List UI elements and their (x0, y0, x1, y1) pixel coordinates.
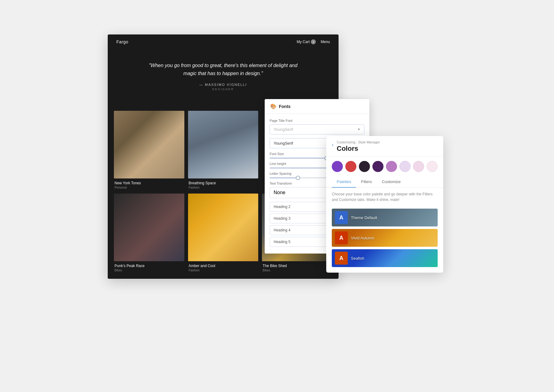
portfolio-title: New York Tones (114, 181, 184, 185)
hero-author-title: DESIGNER (116, 88, 330, 91)
hero-quote: "When you go from good to great, there's… (143, 62, 303, 77)
palette-name: Vivid Autumn (351, 236, 374, 240)
palette-list: A Theme Default A Vivid Autumn A Seafish (326, 206, 443, 273)
hero-author: — MASSIMO VIGNELLI (116, 83, 330, 86)
cart-label: My Cart (297, 40, 310, 44)
site-logo: Fargo (116, 39, 128, 44)
breadcrumb: Customizing · Style Manager (337, 140, 380, 144)
page-title: Colors (337, 145, 380, 153)
portfolio-category: Fashion (189, 186, 258, 189)
portfolio-category: Bikes (263, 269, 332, 272)
list-item[interactable]: Punk's Peak Race Bikes (114, 194, 184, 273)
page-title-font-label: Page Title Font (270, 119, 364, 122)
swatch-red[interactable] (345, 161, 356, 172)
swatch-light-purple[interactable] (399, 161, 411, 172)
palette-name: Theme Default (351, 215, 377, 220)
portfolio-category: Bikes (114, 269, 184, 272)
swatch-very-pale-pink[interactable] (427, 161, 438, 172)
palette-icon: A (335, 211, 348, 224)
fonts-icon: 🎨 (270, 103, 276, 109)
list-item[interactable]: New York Tones Personal (114, 111, 184, 190)
page-title-font-value: YoungSerif (274, 127, 293, 132)
list-item[interactable]: A Seafish (332, 249, 438, 267)
back-button[interactable]: ‹ (332, 140, 334, 148)
palette-icon: A (335, 252, 348, 265)
swatch-dark-purple[interactable] (359, 161, 370, 172)
colors-header-text: Customizing · Style Manager Colors (337, 140, 380, 153)
palette-name: Seafish (351, 256, 364, 261)
portfolio-title: Punk's Peak Race (114, 264, 184, 268)
swatch-purple[interactable] (332, 161, 343, 172)
text-transform-value: None (274, 190, 285, 195)
site-header: Fargo My Cart 1 Menu (108, 34, 339, 49)
colors-panel-header: ‹ Customizing · Style Manager Colors (326, 136, 443, 157)
portfolio-category: Personal (114, 186, 184, 189)
menu-label[interactable]: Menu (321, 40, 330, 44)
heading5-label: Heading 5 (274, 240, 291, 244)
chevron-down-icon: ▼ (357, 128, 360, 131)
site-nav: My Cart 1 Menu (297, 39, 330, 44)
scene: Fargo My Cart 1 Menu "When you go from g… (108, 34, 446, 358)
swatch-deep-purple[interactable] (372, 161, 383, 172)
colors-panel: ‹ Customizing · Style Manager Colors Pal… (326, 136, 443, 273)
page-title-font-row: Page Title Font YoungSerif ▼ (270, 119, 364, 134)
list-item[interactable]: A Vivid Autumn (332, 229, 438, 247)
portfolio-category: Fashion (189, 269, 258, 272)
page-title-font-select[interactable]: YoungSerif ▼ (270, 124, 364, 134)
font-family-value: YoungSerif (274, 141, 293, 146)
site-hero: "When you go from good to great, there's… (108, 49, 339, 105)
colors-description: Choose your base color palette and go de… (326, 188, 443, 206)
portfolio-title: The Bike Shed (263, 264, 332, 268)
palette-icon: A (335, 231, 348, 244)
tabs-row: Palettes Filters Customize (326, 176, 443, 188)
swatch-medium-purple[interactable] (386, 161, 397, 172)
cart-button[interactable]: My Cart 1 (297, 39, 316, 44)
list-item[interactable]: A Theme Default (332, 209, 438, 226)
fonts-panel-header: 🎨 Fonts (265, 99, 369, 114)
cart-badge: 1 (311, 39, 316, 44)
swatch-pale-pink[interactable] (413, 161, 424, 172)
list-item[interactable]: Amber and Cool Fashion (188, 194, 259, 273)
color-swatches (326, 157, 443, 176)
heading4-label: Heading 4 (274, 228, 291, 232)
list-item[interactable]: Breathing Space Fashion (188, 111, 259, 190)
tab-palettes[interactable]: Palettes (332, 176, 356, 188)
portfolio-title: Breathing Space (189, 181, 258, 185)
fonts-panel-title: Fonts (279, 104, 291, 109)
tab-filters[interactable]: Filters (356, 176, 377, 188)
tab-customize[interactable]: Customize (377, 176, 405, 188)
slider-thumb (296, 176, 300, 180)
heading2-label: Heading 2 (274, 205, 291, 209)
heading3-label: Heading 3 (274, 216, 291, 221)
portfolio-title: Amber and Cool (189, 264, 258, 268)
